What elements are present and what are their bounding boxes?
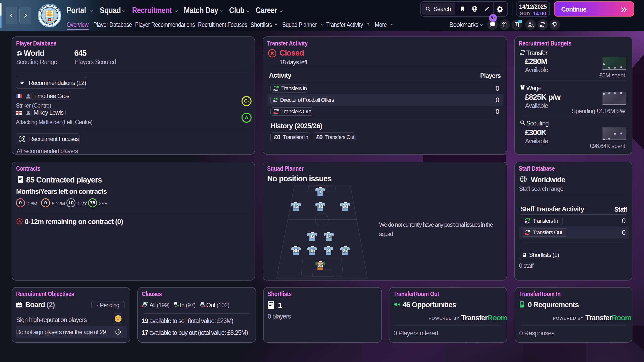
- svg-text:94: 94: [57, 15, 59, 17]
- svg-text:18: 18: [39, 15, 42, 17]
